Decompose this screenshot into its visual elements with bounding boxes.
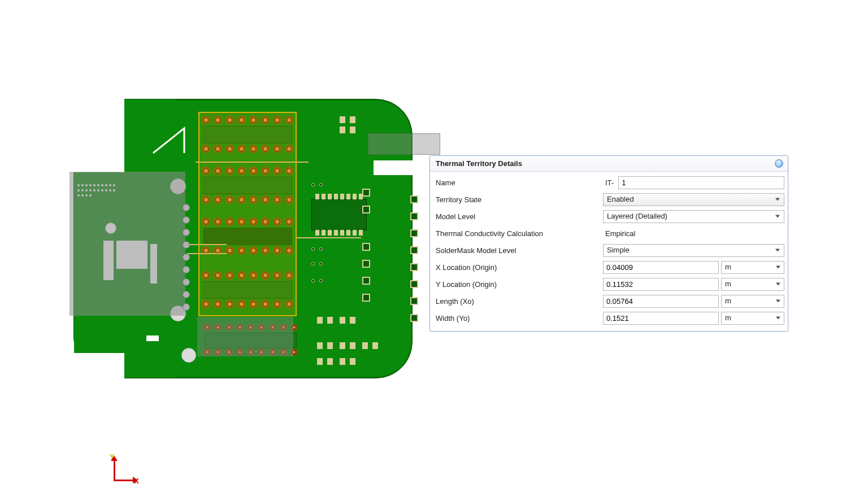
- copper-trace: [296, 237, 361, 238]
- model-level-select[interactable]: Layered (Detailed): [603, 210, 784, 223]
- via: [319, 279, 323, 282]
- ic-body: [116, 241, 147, 269]
- panel-header: Thermal Territory Details ?: [430, 156, 788, 172]
- smd-pads: [362, 342, 378, 349]
- name-prefix: IT-: [603, 178, 616, 187]
- label-width: Width (Yo): [433, 314, 603, 323]
- axis-x-label: X: [134, 477, 139, 485]
- mounting-hole: [181, 348, 196, 363]
- label-length: Length (Xo): [433, 297, 603, 306]
- width-unit-select[interactable]: m: [721, 312, 784, 325]
- width-input[interactable]: [603, 312, 719, 325]
- yloc-unit-select[interactable]: m: [721, 278, 784, 291]
- via: [319, 262, 323, 265]
- via: [319, 183, 323, 186]
- tcc-value: Empirical: [603, 229, 635, 238]
- ic-body: [150, 244, 157, 284]
- silkscreen-mark: [146, 336, 159, 341]
- pcb-cutout: [73, 99, 124, 172]
- component-overlay: [368, 133, 440, 155]
- ic-body: [103, 241, 114, 280]
- smd-pads: [317, 358, 333, 365]
- label-yloc: Y Location (Origin): [433, 280, 603, 289]
- name-input[interactable]: [618, 176, 784, 189]
- length-input[interactable]: [603, 295, 719, 308]
- pcb-cutout: [73, 353, 124, 378]
- axis-gizmo: Y X: [105, 456, 138, 488]
- via: [311, 279, 315, 282]
- smd-pads: [317, 342, 333, 349]
- length-unit-select[interactable]: m: [721, 295, 784, 308]
- territory-state-select[interactable]: Enabled: [603, 193, 784, 206]
- smd-pads: [340, 342, 355, 349]
- via-column: [183, 204, 190, 311]
- soic-package: [311, 199, 367, 230]
- via: [311, 247, 315, 251]
- pcb-board: [73, 99, 413, 378]
- via: [311, 183, 315, 186]
- smd-pads: [340, 317, 355, 324]
- smd-pads: [340, 127, 355, 133]
- label-xloc: X Location (Origin): [433, 263, 603, 272]
- smd-pads: [340, 116, 355, 123]
- label-soldermask: SolderMask Model Level: [433, 246, 603, 255]
- label-tcc: Thermal Conductivity Calculation: [433, 229, 603, 238]
- component-overlay: [197, 317, 293, 356]
- smd-pads: [317, 317, 333, 324]
- thermal-territory-details-panel: Thermal Territory Details ? Name IT- Ter…: [429, 155, 788, 332]
- silkscreen-label: [374, 160, 414, 175]
- silkscreen-mark: [150, 125, 196, 156]
- connector-dots: [77, 184, 117, 198]
- yloc-input[interactable]: [603, 278, 719, 291]
- help-icon[interactable]: ?: [775, 159, 783, 168]
- soldermask-select[interactable]: Simple: [603, 244, 784, 257]
- xloc-input[interactable]: [603, 261, 719, 274]
- via: [319, 247, 323, 251]
- label-territory-state: Territory State: [433, 195, 603, 204]
- label-model-level: Model Level: [433, 212, 603, 221]
- smd-pads: [340, 358, 355, 365]
- capacitor: [105, 223, 116, 234]
- panel-title: Thermal Territory Details: [436, 159, 522, 168]
- pcb-viewport[interactable]: Y X: [40, 99, 413, 393]
- xloc-unit-select[interactable]: m: [721, 261, 784, 274]
- thermal-territory-selection[interactable]: [198, 112, 297, 316]
- label-name: Name: [433, 178, 603, 187]
- via: [311, 262, 315, 265]
